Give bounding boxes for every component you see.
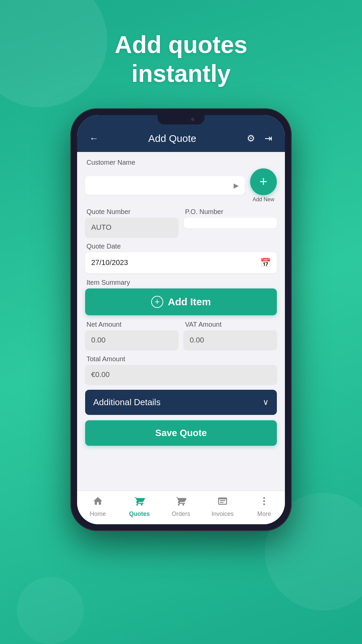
total-amount-label: Total Amount — [85, 355, 277, 363]
total-amount-section: Total Amount €0.00 — [85, 355, 277, 384]
add-new-label: Add New — [253, 197, 275, 203]
svg-point-0 — [263, 497, 265, 499]
quote-date-input[interactable]: 27/10/2023 📅 — [85, 252, 277, 273]
vat-amount-section: VAT Amount 0.00 — [184, 321, 277, 350]
phone-wrapper: ← Add Quote ⚙ ⇥ Customer Name ▶ — [70, 108, 292, 531]
nav-label-more: More — [257, 511, 271, 518]
net-amount-label: Net Amount — [85, 321, 178, 328]
nav-item-quotes[interactable]: Quotes — [123, 496, 156, 518]
screen-content: Customer Name ▶ + Add New — [77, 152, 285, 491]
phone-notch — [158, 115, 204, 124]
save-quote-button[interactable]: Save Quote — [85, 420, 277, 446]
bg-shape-3 — [17, 577, 84, 644]
po-number-label: P.O. Number — [184, 208, 277, 216]
nav-item-orders[interactable]: Orders — [164, 496, 198, 518]
net-amount-value: 0.00 — [91, 336, 106, 344]
nav-label-orders: Orders — [172, 511, 190, 518]
add-new-button[interactable]: + — [250, 168, 277, 195]
home-icon — [93, 496, 103, 509]
quote-date-value: 27/10/2023 — [91, 258, 128, 267]
quote-number-value: AUTO — [91, 223, 112, 232]
vat-amount-value: 0.00 — [190, 336, 204, 344]
chevron-down-icon: ∨ — [263, 397, 269, 407]
header-title: Add Quote — [148, 133, 196, 144]
save-quote-label: Save Quote — [155, 428, 207, 438]
customer-name-row: ▶ + Add New — [85, 168, 277, 203]
amounts-row: Net Amount 0.00 VAT Amount 0.00 — [85, 321, 277, 350]
svg-point-1 — [263, 500, 265, 502]
nav-item-home[interactable]: Home — [81, 496, 115, 518]
item-summary-label: Item Summary — [85, 279, 277, 286]
total-amount-input: €0.00 — [85, 365, 277, 384]
headline: Add quotes instantly — [115, 30, 247, 88]
phone-frame: ← Add Quote ⚙ ⇥ Customer Name ▶ — [70, 108, 292, 531]
arrow-right-icon: ▶ — [234, 181, 239, 190]
calendar-icon: 📅 — [260, 258, 271, 268]
header-icons: ⚙ ⇥ — [244, 132, 275, 145]
quote-number-input[interactable]: AUTO — [85, 218, 178, 237]
customer-name-section: Customer Name ▶ + Add New — [85, 159, 277, 203]
net-amount-input: 0.00 — [85, 330, 178, 350]
add-item-button[interactable]: + Add Item — [85, 288, 277, 315]
item-summary-section: Item Summary + Add Item — [85, 279, 277, 315]
nav-label-quotes: Quotes — [129, 511, 150, 518]
quote-date-label: Quote Date — [85, 243, 277, 250]
customer-name-input[interactable]: ▶ — [85, 176, 245, 195]
quotes-icon — [134, 496, 145, 509]
nav-label-invoices: Invoices — [212, 511, 234, 518]
total-amount-value: €0.00 — [91, 370, 110, 379]
add-item-plus-icon: + — [151, 296, 163, 308]
more-icon — [259, 496, 269, 509]
vat-amount-input: 0.00 — [184, 330, 277, 350]
back-button[interactable]: ← — [87, 132, 101, 145]
quote-po-row: Quote Number AUTO P.O. Number — [85, 208, 277, 237]
nav-item-invoices[interactable]: Invoices — [206, 496, 239, 518]
customer-name-label: Customer Name — [85, 159, 277, 166]
settings-icon[interactable]: ⚙ — [244, 132, 257, 145]
add-new-container: + Add New — [250, 168, 277, 203]
quote-number-label: Quote Number — [85, 208, 178, 216]
add-item-label: Add Item — [168, 296, 211, 308]
svg-point-2 — [263, 503, 265, 505]
customer-input-wrap: ▶ — [85, 176, 245, 195]
logout-icon[interactable]: ⇥ — [261, 132, 275, 145]
net-amount-section: Net Amount 0.00 — [85, 321, 178, 350]
invoices-icon — [217, 496, 228, 509]
additional-details-button[interactable]: Additional Details ∨ — [85, 390, 277, 415]
orders-icon — [176, 496, 186, 509]
bottom-nav: Home Quotes Orders — [77, 491, 285, 524]
bg-shape-1 — [0, 0, 107, 107]
po-number-input[interactable] — [184, 218, 277, 228]
additional-details-label: Additional Details — [93, 397, 161, 408]
po-number-section: P.O. Number — [184, 208, 277, 237]
nav-label-home: Home — [90, 511, 106, 518]
nav-item-more[interactable]: More — [247, 496, 281, 518]
quote-number-section: Quote Number AUTO — [85, 208, 178, 237]
phone-screen: ← Add Quote ⚙ ⇥ Customer Name ▶ — [77, 115, 285, 524]
vat-amount-label: VAT Amount — [184, 321, 277, 328]
quote-date-section: Quote Date 27/10/2023 📅 — [85, 243, 277, 273]
